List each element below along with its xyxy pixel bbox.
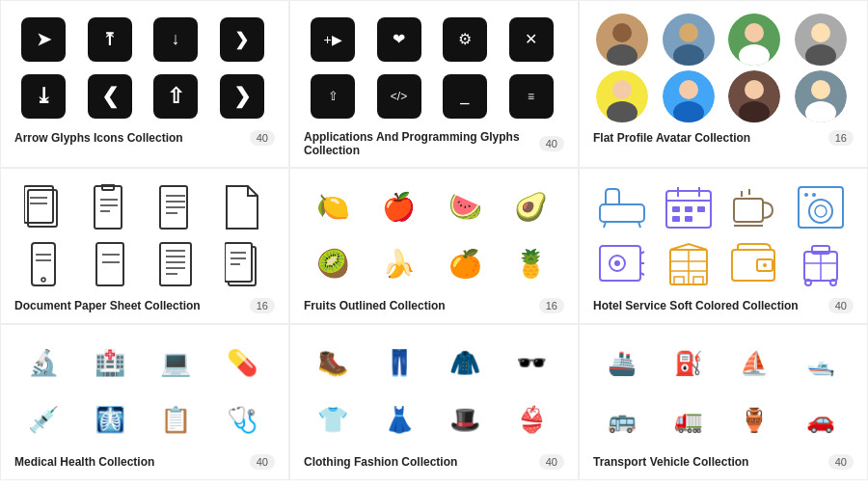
pineapple-icon: 🍍 [507,240,556,288]
icon-cell: 🎩 [436,393,494,446]
svg-rect-52 [225,243,252,282]
bus-icon: 🚌 [597,396,647,445]
hotel-building-icon [665,242,713,286]
icon-cell: ⇧ [304,69,362,122]
lined-doc-icon [158,184,193,230]
lemon-icon: 🍋 [309,183,357,231]
icon-cell: 🔬 [14,337,72,390]
icon-cell: 🩺 [213,393,271,446]
sunglasses-icon: 🕶️ [506,339,556,388]
card-transport[interactable]: 🚢 ⛽ ⛵ 🛥️ 🚌 🚛 🏺 🚗 [579,324,868,480]
card-title: Flat Profile Avatar Collection [593,131,823,145]
icon-cell: </> [370,69,428,122]
card-medical[interactable]: 🔬 🏥 💻 💊 💉 🩻 📋 🩺 [0,324,289,480]
svg-point-41 [41,278,45,282]
barrel-icon: 🏺 [729,396,779,445]
hotel-icon-grid [593,180,854,290]
icon-cell: 🚗 [792,393,850,446]
close-icon: ✕ [509,17,554,62]
icon-cell: 🥾 [304,337,362,390]
safe-icon [598,242,646,286]
svg-point-79 [614,260,620,266]
svg-point-4 [679,23,698,42]
card-flat-avatar[interactable]: Flat Profile Avatar Collection 16 [579,0,868,168]
kiwi-icon: 🥝 [309,240,357,288]
icon-cell: 🕶️ [502,337,560,390]
coffee-icon [730,185,778,230]
card-title: Transport Vehicle Collection [593,455,823,469]
card-clothing[interactable]: 🥾 👖 🧥 🕶️ 👕 👗 🎩 👙 [289,324,579,480]
icon-cell: ✕ [502,13,560,66]
transport-icon-grid: 🚢 ⛽ ⛵ 🛥️ 🚌 🚛 🏺 🚗 [593,337,854,446]
arrow-right2-icon: ❯ [220,17,264,62]
medical-icon-grid: 🔬 🏥 💻 💊 💉 🩻 📋 🩺 [14,337,275,446]
heart-icon: ❤ [377,17,421,62]
icon-cell: +▶ [304,13,362,66]
svg-rect-67 [685,216,692,222]
icon-cell: 👖 [370,337,428,390]
minus-icon: ⎯ [443,74,487,119]
card-footer: Clothing Fashion Collection 40 [304,454,564,470]
card-arrow-glyphs[interactable]: ➤ ⤒ ↓ ❯ ⤓ ❮ ⇧ ❯ Arrow G [0,0,289,168]
avatar-beard-icon [728,70,780,122]
phone-doc-icon [26,241,61,287]
svg-point-97 [830,280,836,285]
card-app-programming[interactable]: +▶ ❤ ⚙ ✕ ⇧ </> ⎯ ≡ Appl [289,0,579,168]
icon-cell: 🥝 [304,237,362,290]
icon-cell: 👗 [370,393,428,446]
svg-point-13 [612,80,632,99]
count-badge: 40 [828,298,854,313]
icon-cell [14,180,72,233]
chevron-left-icon: ❮ [88,74,132,119]
card-hotel[interactable]: Hotel Service Soft Colored Collection 40 [579,168,868,324]
avatar-glasses-icon [596,70,648,122]
icon-cell: 🚛 [660,393,718,446]
boot-icon: 🥾 [308,339,358,388]
card-footer: Transport Vehicle Collection 40 [593,454,854,470]
icon-cell [593,69,651,122]
icon-cell: ⛵ [725,337,783,390]
icon-cell [213,237,271,290]
icon-cell: 🚌 [593,393,651,446]
fruit-icon-grid: 🍋 🍎 🍉 🥑 🥝 🍌 🍊 🍍 [304,180,564,290]
icon-cell: 👙 [502,393,560,446]
card-footer: Fruits Outlined Collection 16 [304,298,564,313]
icon-cell [213,180,271,233]
svg-point-91 [763,263,767,267]
card-fruits[interactable]: 🍋 🍎 🍉 🥑 🥝 🍌 🍊 🍍 [289,168,579,324]
pill-icon: 💊 [218,339,266,388]
svg-rect-65 [697,206,705,212]
icon-cell [660,180,718,233]
card-footer: Medical Health Collection 40 [14,454,275,470]
icon-cell: ↓ [147,13,204,66]
svg-rect-66 [672,216,680,222]
luggage-icon [797,242,845,286]
icon-cell: 💻 [147,337,204,390]
count-badge: 40 [250,454,275,470]
icon-cell: ❯ [213,69,271,122]
icon-cell [14,237,72,290]
app-icon-grid: +▶ ❤ ⚙ ✕ ⇧ </> ⎯ ≡ [304,13,564,122]
bathtub-icon [598,185,646,230]
hat-icon: 🎩 [440,396,490,445]
card-title: Clothing Fashion Collection [304,455,533,469]
svg-rect-45 [160,243,191,285]
sailboat-icon: ⛵ [729,339,779,388]
icon-cell: 🥑 [502,180,560,233]
svg-rect-28 [95,186,122,229]
svg-point-75 [804,193,808,197]
card-title: Medical Health Collection [14,455,244,469]
single-doc-icon [93,241,127,287]
count-badge: 40 [828,454,854,470]
card-footer: Flat Profile Avatar Collection 16 [593,130,854,146]
avatar-man1-icon [596,14,648,66]
icon-cell [660,13,718,66]
apple-icon: 🍎 [375,183,423,231]
card-title: Arrow Glyphs Icons Collection [14,131,244,145]
card-document[interactable]: Document Paper Sheet Collection 16 [0,168,289,324]
svg-rect-72 [799,187,843,228]
avatar-icon-grid [593,13,854,122]
icon-cell [593,180,651,233]
shirt-icon: 👗 [374,396,424,445]
stacked-docs-icon [24,184,63,230]
